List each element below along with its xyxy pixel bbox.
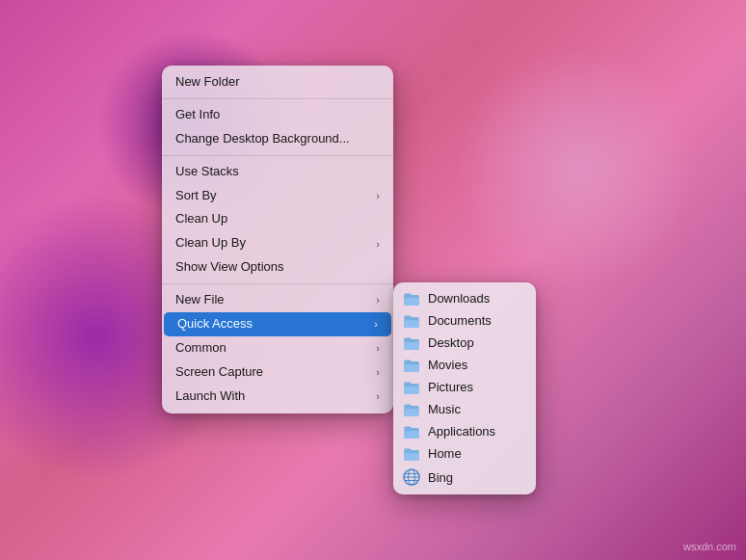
folder-icon [403,292,420,306]
chevron-icon: › [376,237,380,251]
submenu-item-label: Home [428,446,462,461]
submenu-item-label: Desktop [428,335,474,350]
chevron-icon: › [376,365,380,379]
submenu-item-applications[interactable]: Applications [393,420,536,442]
menu-item-label: Change Desktop Background... [175,131,350,147]
menu-item-label: Common [175,340,226,357]
folder-icon [403,336,420,350]
submenu-item-label: Music [428,402,461,416]
submenu-item-bing[interactable]: Bing [393,465,536,490]
submenu-item-label: Bing [428,470,453,485]
chevron-icon: › [376,293,380,307]
separator-3 [162,283,393,284]
globe-icon [403,468,420,486]
menu-item-label: Get Info [175,107,220,123]
menu-item-label: Clean Up By [175,235,246,252]
submenu-item-label: Movies [428,358,467,372]
folder-icon [403,314,420,328]
menu-item-label: Use Stacks [175,164,239,180]
chevron-icon: › [376,189,380,202]
submenu-item-label: Documents [428,313,492,328]
menu-item-show-view-options[interactable]: Show View Options [162,255,393,280]
menu-item-label: New Folder [175,74,239,91]
submenu-item-documents[interactable]: Documents [393,309,536,332]
submenu-item-music[interactable]: Music [393,398,536,420]
folder-icon [403,381,420,394]
menu-item-get-info[interactable]: Get Info [162,103,393,127]
menu-item-label: Screen Capture [175,364,263,381]
menu-item-screen-capture[interactable]: Screen Capture › [162,360,393,385]
bg-blob-2 [457,48,698,289]
submenu-item-downloads[interactable]: Downloads [393,287,536,309]
menu-item-label: Clean Up [175,211,227,227]
separator-1 [162,98,393,99]
separator-2 [162,155,393,156]
folder-icon [403,425,420,439]
menu-item-quick-access[interactable]: Quick Access › [164,312,391,336]
context-menu: New Folder Get Info Change Desktop Backg… [162,66,393,413]
quick-access-submenu: Downloads Documents Desktop Movies Pictu… [393,282,536,494]
folder-icon [403,359,420,372]
submenu-item-pictures[interactable]: Pictures [393,376,536,398]
menu-item-common[interactable]: Common › [162,336,393,360]
menu-item-launch-with[interactable]: Launch With › [162,385,393,409]
submenu-item-home[interactable]: Home [393,442,536,465]
watermark: wsxdn.com [683,541,736,552]
submenu-item-movies[interactable]: Movies [393,354,536,376]
menu-item-label: New File [175,292,225,308]
menu-item-clean-up[interactable]: Clean Up [162,207,393,231]
submenu-item-label: Downloads [428,291,490,306]
menu-item-new-file[interactable]: New File › [162,288,393,312]
chevron-icon: › [374,317,378,331]
menu-item-label: Quick Access [177,316,253,333]
submenu-item-desktop[interactable]: Desktop [393,332,536,354]
submenu-item-label: Pictures [428,380,473,394]
menu-item-label: Sort By [175,188,217,204]
menu-item-clean-up-by[interactable]: Clean Up By › [162,231,393,255]
chevron-icon: › [376,389,380,403]
submenu-item-label: Applications [428,424,495,439]
menu-item-new-folder[interactable]: New Folder [162,70,393,94]
folder-icon [403,447,420,461]
menu-item-use-stacks[interactable]: Use Stacks [162,160,393,184]
folder-icon [403,403,420,416]
menu-item-sort-by[interactable]: Sort By › [162,184,393,208]
menu-item-label: Show View Options [175,259,284,276]
chevron-icon: › [376,341,380,355]
menu-item-label: Launch With [175,388,245,405]
menu-item-change-bg[interactable]: Change Desktop Background... [162,127,393,151]
